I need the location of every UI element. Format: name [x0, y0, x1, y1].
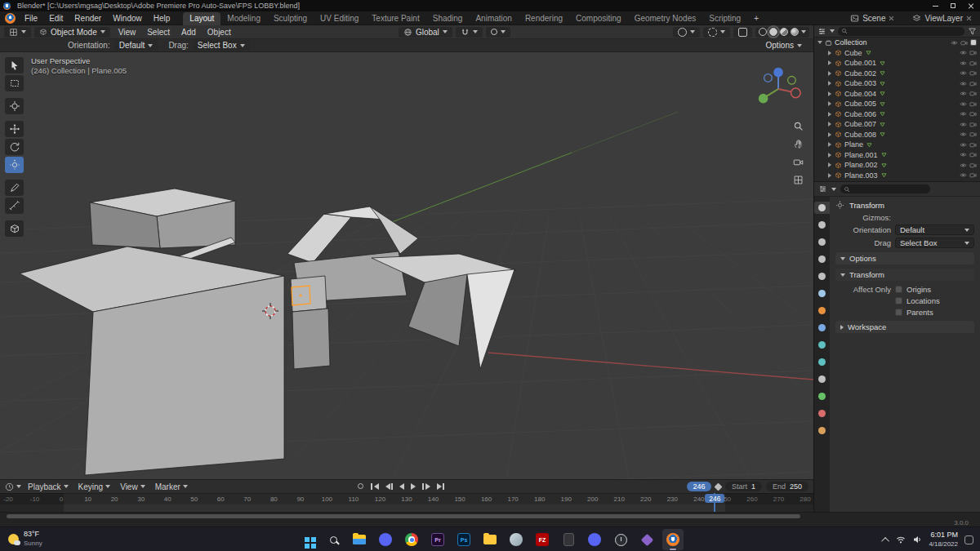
timeline-menu-view[interactable]: View	[116, 482, 149, 492]
play-reverse-button[interactable]	[397, 481, 407, 491]
hide-in-viewport-icon[interactable]	[960, 162, 967, 169]
hide-in-viewport-icon[interactable]	[960, 141, 967, 149]
workspace-tab-shading[interactable]: Shading	[426, 12, 470, 25]
auto-keying-button[interactable]	[358, 483, 363, 489]
show-gizmo-dropdown[interactable]	[673, 27, 700, 38]
properties-tab-texture[interactable]	[814, 424, 830, 437]
hide-in-viewport-icon[interactable]	[960, 100, 967, 108]
transform-panel-header[interactable]: Transform	[835, 269, 974, 281]
close-button[interactable]	[962, 0, 980, 11]
scene-canvas[interactable]	[0, 52, 813, 479]
disable-in-renders-icon[interactable]	[969, 121, 977, 128]
expand-icon[interactable]	[828, 173, 831, 178]
mode-dropdown[interactable]: Object Mode	[34, 27, 110, 38]
taskbar-icon-epic-games[interactable]	[558, 529, 579, 550]
properties-tab-scene[interactable]	[814, 270, 830, 282]
expand-icon[interactable]	[828, 162, 831, 167]
disable-in-renders-icon[interactable]	[969, 60, 977, 67]
object-name[interactable]: Cube	[844, 49, 862, 57]
wireframe-shading-button[interactable]	[759, 28, 767, 36]
frame-end-field[interactable]: End 250	[766, 482, 808, 491]
object-name[interactable]: Cube.003	[844, 79, 876, 87]
taskbar-icon-folder[interactable]	[479, 529, 501, 550]
editor-type-button[interactable]	[4, 27, 31, 38]
proportional-editing-dropdown[interactable]	[486, 27, 510, 38]
props-drag-dropdown[interactable]: Select Box	[895, 238, 974, 248]
hide-in-viewport-icon[interactable]	[960, 69, 967, 77]
zoom-button[interactable]	[793, 121, 804, 133]
taskbar-icon-steam[interactable]	[506, 529, 527, 550]
cursor-tool-button[interactable]	[5, 98, 24, 114]
expand-icon[interactable]	[828, 122, 831, 127]
hide-in-viewport-icon[interactable]	[960, 121, 967, 128]
timeline-menu-playback[interactable]: Playback	[24, 482, 73, 492]
outliner-item-plane[interactable]: Plane	[814, 140, 980, 150]
snap-dropdown[interactable]	[456, 27, 483, 38]
workspace-tab-geometry-nodes[interactable]: Geometry Nodes	[628, 12, 703, 25]
taskbar-icon-chrome[interactable]	[401, 529, 422, 550]
taskbar-icon-visual-studio[interactable]	[636, 529, 657, 550]
workspace-tab-scripting[interactable]: Scripting	[702, 12, 747, 25]
hide-in-viewport-icon[interactable]	[960, 110, 967, 118]
toggle-orthographic-button[interactable]	[793, 175, 804, 187]
disable-in-renders-icon[interactable]	[969, 151, 977, 158]
outliner-item-cube-007[interactable]: Cube.007	[814, 119, 980, 130]
outliner-item-plane-003[interactable]: Plane.003	[814, 171, 980, 181]
disable-in-renders-icon[interactable]	[969, 100, 977, 108]
properties-tab-modifiers[interactable]	[814, 322, 830, 334]
taskbar-icon-file-explorer[interactable]	[349, 529, 370, 550]
camera-view-button[interactable]	[793, 157, 804, 169]
hide-in-viewport-icon[interactable]	[960, 151, 967, 158]
solid-shading-button[interactable]	[769, 28, 777, 36]
menu-file[interactable]: File	[20, 13, 42, 24]
properties-tab-world[interactable]	[814, 287, 830, 300]
disable-in-renders-icon[interactable]	[969, 162, 977, 169]
options-panel-header[interactable]: Options	[835, 252, 974, 264]
viewport-3d[interactable]: User Perspective (246) Collection | Plan…	[0, 52, 813, 479]
jump-to-start-button[interactable]	[368, 481, 381, 491]
workspace-tab-rendering[interactable]: Rendering	[519, 12, 569, 25]
menu-render[interactable]: Render	[69, 13, 106, 24]
taskbar-icon-discord[interactable]	[375, 529, 396, 550]
scene-unlink-button[interactable]	[889, 16, 894, 21]
outliner-item-cube-003[interactable]: Cube.003	[814, 78, 980, 89]
drag-dropdown[interactable]: Select Box	[193, 40, 250, 51]
parents-checkbox[interactable]	[895, 309, 902, 316]
move-tool-button[interactable]	[5, 121, 24, 137]
keying-set-icon[interactable]	[714, 482, 722, 491]
properties-tab-material[interactable]	[814, 407, 830, 420]
expand-icon[interactable]	[828, 142, 831, 147]
outliner-item-cube-005[interactable]: Cube.005	[814, 99, 980, 109]
properties-tab-render[interactable]	[814, 219, 830, 231]
outliner-item-cube-001[interactable]: Cube.001	[814, 58, 980, 69]
expand-icon[interactable]	[828, 60, 831, 65]
locations-checkbox[interactable]	[895, 297, 902, 304]
tray-expand-icon[interactable]	[882, 536, 890, 544]
previous-keyframe-button[interactable]	[383, 481, 396, 491]
measure-tool-button[interactable]	[5, 198, 24, 214]
properties-search-input[interactable]	[840, 184, 930, 193]
blender-logo-icon[interactable]	[5, 13, 16, 24]
properties-tab-particles[interactable]	[814, 339, 830, 351]
viewport-menu-add[interactable]: Add	[176, 27, 201, 38]
expand-icon[interactable]	[828, 71, 831, 76]
object-name[interactable]: Cube.002	[844, 69, 876, 78]
workspace-tab-uv-editing[interactable]: UV Editing	[314, 12, 365, 25]
scrollbar-thumb[interactable]	[7, 514, 800, 518]
select-box-tool-button[interactable]	[5, 75, 24, 91]
object-name[interactable]: Cube.006	[844, 110, 876, 118]
object-name[interactable]: Plane.002	[844, 161, 878, 169]
taskbar-icon-search[interactable]	[323, 529, 344, 550]
outliner-item-collection[interactable]: Collection	[814, 38, 980, 48]
outliner-item-plane-001[interactable]: Plane.001	[814, 150, 980, 161]
taskbar-icon-start[interactable]	[296, 529, 318, 550]
xray-toggle[interactable]	[733, 27, 752, 38]
expand-icon[interactable]	[828, 51, 831, 56]
expand-icon[interactable]	[828, 153, 831, 158]
timeline-editor-icon[interactable]	[5, 482, 14, 491]
props-orientation-dropdown[interactable]: Default	[895, 224, 974, 235]
disable-in-renders-icon[interactable]	[969, 69, 977, 77]
outliner-item-plane-002[interactable]: Plane.002	[814, 160, 980, 171]
outliner-item-cube-006[interactable]: Cube.006	[814, 109, 980, 120]
expand-icon[interactable]	[828, 91, 831, 96]
